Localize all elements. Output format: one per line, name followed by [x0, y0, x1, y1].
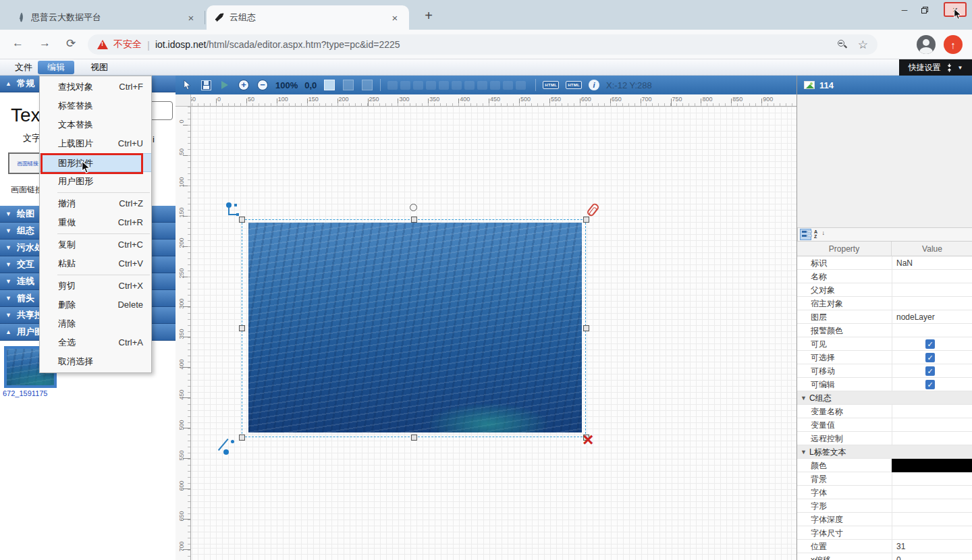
menu-item[interactable]: 粘贴Ctrl+V — [40, 254, 151, 273]
resize-handle-ne[interactable] — [583, 217, 589, 223]
info-icon[interactable]: i — [589, 80, 599, 90]
new-tab-button[interactable]: + — [420, 8, 437, 24]
property-row[interactable]: 远程控制 — [797, 432, 972, 445]
property-value[interactable]: 31 — [892, 540, 972, 553]
property-row[interactable]: 背景 — [797, 472, 972, 486]
checkbox-checked[interactable]: ✓ — [925, 380, 935, 389]
menu-item[interactable]: 取消选择 — [40, 352, 151, 371]
property-row[interactable]: 报警颜色 — [797, 324, 972, 337]
zoom-in-icon[interactable]: + — [238, 79, 250, 91]
html-view-icon[interactable]: HTML — [566, 81, 582, 89]
property-section-row[interactable]: ▼C组态 — [797, 391, 972, 405]
menu-item[interactable]: 查找对象Ctrl+F — [40, 78, 151, 96]
property-row[interactable]: 名称 — [797, 270, 972, 283]
property-value[interactable] — [892, 526, 972, 540]
property-value[interactable] — [892, 486, 972, 499]
rotate-handle[interactable] — [410, 204, 417, 211]
property-value[interactable] — [892, 324, 972, 337]
resize-handle-w[interactable] — [239, 325, 245, 331]
zoom-out-page-icon[interactable] — [838, 40, 847, 49]
html-export-icon[interactable]: HTML — [543, 81, 559, 89]
property-value[interactable] — [892, 472, 972, 486]
property-section-row[interactable]: ▼L标签文本 — [797, 445, 972, 459]
delete-node-icon[interactable]: × — [583, 430, 593, 449]
property-row[interactable]: 父对象 — [797, 283, 972, 297]
property-value[interactable] — [892, 283, 972, 297]
categorized-view-icon[interactable] — [800, 229, 811, 240]
back-icon[interactable]: ← — [12, 36, 24, 50]
grid-toggle-icon[interactable] — [323, 79, 335, 91]
property-row[interactable]: x偏移0 — [797, 553, 972, 560]
tab-active[interactable]: 云组态 × — [207, 5, 409, 30]
property-row[interactable]: 标识NaN — [797, 256, 972, 270]
zoom-out-icon[interactable]: − — [256, 79, 269, 91]
quick-settings-bar[interactable]: 快捷设置 ▼ — [899, 59, 972, 76]
menu-file[interactable]: 文件 — [5, 61, 42, 74]
design-canvas[interactable]: × — [191, 107, 796, 560]
property-row[interactable]: 字体尺寸 — [797, 526, 972, 540]
property-value[interactable] — [892, 270, 972, 283]
property-value[interactable]: 0 — [892, 553, 972, 560]
minimize-button[interactable]: ─ — [896, 3, 913, 17]
color-swatch[interactable] — [892, 459, 972, 472]
save-icon[interactable] — [200, 79, 212, 91]
tab-inactive[interactable]: 思普云大数据平台 × — [9, 5, 205, 30]
property-row[interactable]: 图层nodeLayer — [797, 310, 972, 324]
menu-item[interactable]: 清除 — [40, 314, 151, 333]
menu-item[interactable]: 上载图片Ctrl+U — [40, 134, 151, 153]
property-value[interactable] — [892, 297, 972, 310]
property-row[interactable]: 可选择✓ — [797, 351, 972, 364]
property-value[interactable] — [892, 405, 972, 418]
menu-item[interactable]: 复制Ctrl+C — [40, 235, 151, 254]
select-tool-icon[interactable] — [181, 79, 193, 91]
menu-item[interactable]: 重做Ctrl+R — [40, 213, 151, 232]
property-value[interactable] — [892, 499, 972, 513]
property-row[interactable]: 可移动✓ — [797, 364, 972, 378]
property-row[interactable]: 可见✓ — [797, 337, 972, 351]
menu-item[interactable]: 标签替换 — [40, 96, 151, 115]
property-row[interactable]: 字体 — [797, 486, 972, 499]
refresh-icon[interactable]: ⟳ — [66, 36, 76, 51]
checkbox-checked[interactable]: ✓ — [925, 366, 935, 376]
checkbox-checked[interactable]: ✓ — [925, 339, 935, 349]
property-row[interactable]: 变量值 — [797, 418, 972, 432]
restore-button[interactable] — [916, 3, 934, 17]
menu-item[interactable]: 删除Delete — [40, 296, 151, 314]
property-value[interactable] — [892, 432, 972, 445]
tab-close-icon[interactable]: × — [185, 12, 197, 24]
menu-item[interactable]: 用户图形 — [40, 172, 151, 191]
url-field[interactable]: 不安全 | iot.idosp.net/html/scada/editor.as… — [88, 34, 878, 55]
checkbox-checked[interactable]: ✓ — [925, 353, 935, 362]
property-row[interactable]: 颜色 — [797, 459, 972, 472]
menu-item[interactable]: 剪切Ctrl+X — [40, 277, 151, 296]
menu-item-label: 文本替换 — [58, 119, 93, 130]
property-row[interactable]: 位置31 — [797, 540, 972, 553]
property-row[interactable]: 字形 — [797, 499, 972, 513]
paperclip-icon[interactable] — [586, 202, 600, 218]
menu-item[interactable]: 全选Ctrl+A — [40, 333, 151, 352]
property-value[interactable]: NaN — [892, 256, 972, 270]
resize-handle-e[interactable] — [583, 325, 589, 331]
property-row[interactable]: 字体深度 — [797, 513, 972, 526]
drag-anchor-icon[interactable] — [225, 436, 242, 453]
menu-edit[interactable]: 编辑 — [38, 61, 74, 74]
link-anchor-icon[interactable] — [226, 202, 242, 219]
dropdown-icon[interactable]: ▼ — [958, 65, 963, 71]
resize-handle-s[interactable] — [411, 435, 417, 441]
profile-avatar[interactable] — [917, 35, 936, 54]
property-value[interactable]: nodeLayer — [892, 310, 972, 324]
property-row[interactable]: 变量名称 — [797, 405, 972, 418]
sort-az-icon[interactable]: AZ↓ — [814, 229, 826, 240]
menu-item[interactable]: 撤消Ctrl+Z — [40, 194, 151, 213]
property-row[interactable]: 宿主对象 — [797, 297, 972, 310]
menu-view[interactable]: 视图 — [81, 61, 117, 74]
tab-close-icon[interactable]: × — [389, 12, 401, 24]
property-row[interactable]: 可编辑✓ — [797, 378, 972, 391]
resize-handle-n[interactable] — [411, 217, 417, 223]
property-value[interactable] — [892, 418, 972, 432]
property-value[interactable] — [892, 513, 972, 526]
forward-icon[interactable]: → — [39, 36, 51, 50]
menu-item[interactable]: 文本替换 — [40, 115, 151, 134]
browser-update-button[interactable]: ↑ — [944, 35, 963, 54]
bookmark-star-icon[interactable]: ☆ — [858, 38, 868, 52]
